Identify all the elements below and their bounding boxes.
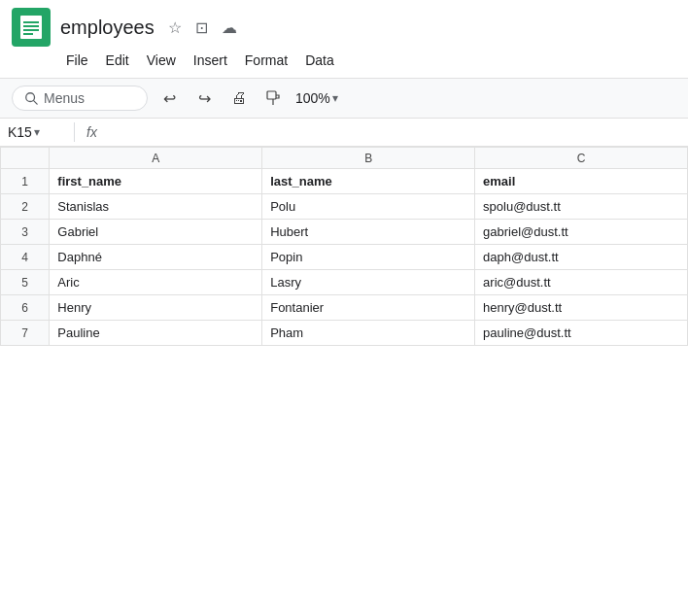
table-row[interactable]: 4DaphnéPopindaph@dust.tt xyxy=(1,245,688,270)
search-icon xyxy=(24,91,38,105)
cell-7-B[interactable]: Pham xyxy=(262,321,475,346)
sheets-icon xyxy=(12,8,51,47)
menu-insert[interactable]: Insert xyxy=(186,49,235,72)
cell-3-A[interactable]: Gabriel xyxy=(50,220,262,245)
row-number: 4 xyxy=(1,245,50,270)
print-button[interactable]: 🖨 xyxy=(225,85,253,112)
menu-data[interactable]: Data xyxy=(297,49,342,72)
cell-6-C[interactable]: henry@dust.tt xyxy=(475,295,688,321)
sheet-table: A B C 1first_namelast_nameemail2Stanisla… xyxy=(0,147,688,346)
table-row[interactable]: 7PaulinePhampauline@dust.tt xyxy=(1,321,688,346)
zoom-level: 100% xyxy=(295,90,330,106)
table-row[interactable]: 3GabrielHubertgabriel@dust.tt xyxy=(1,220,688,245)
formula-bar: K15 ▾ fx xyxy=(0,119,688,147)
row-number: 1 xyxy=(1,169,50,194)
cell-5-C[interactable]: aric@dust.tt xyxy=(475,270,688,295)
row-number: 5 xyxy=(1,270,50,295)
zoom-dropdown-icon[interactable]: ▾ xyxy=(332,91,338,105)
corner-header xyxy=(1,148,50,169)
cell-7-A[interactable]: Pauline xyxy=(50,321,262,346)
table-row[interactable]: 5AricLasryaric@dust.tt xyxy=(1,270,688,295)
title-bar: employees ☆ ⊡ ☁ xyxy=(0,0,688,47)
cell-6-B[interactable]: Fontanier xyxy=(262,295,475,321)
cell-4-B[interactable]: Popin xyxy=(262,245,475,270)
svg-rect-2 xyxy=(23,21,39,23)
cell-3-B[interactable]: Hubert xyxy=(262,220,475,245)
col-header-b[interactable]: B xyxy=(262,148,475,169)
col-header-c[interactable]: C xyxy=(475,148,688,169)
formula-fx-label: fx xyxy=(86,124,97,140)
svg-rect-5 xyxy=(23,33,33,35)
menu-edit[interactable]: Edit xyxy=(98,49,137,72)
svg-line-7 xyxy=(34,101,38,105)
star-icon[interactable]: ☆ xyxy=(168,18,182,37)
redo-button[interactable]: ↪ xyxy=(190,85,218,112)
cell-ref-value: K15 xyxy=(8,124,32,140)
formula-bar-divider xyxy=(74,122,75,142)
menu-bar: File Edit View Insert Format Data xyxy=(0,47,688,78)
folder-icon[interactable]: ⊡ xyxy=(195,18,208,37)
menu-view[interactable]: View xyxy=(139,49,184,72)
row-number: 2 xyxy=(1,194,50,220)
cell-5-A[interactable]: Aric xyxy=(50,270,262,295)
paint-format-button[interactable] xyxy=(260,85,288,112)
zoom-control[interactable]: 100% ▾ xyxy=(295,90,338,106)
cell-2-C[interactable]: spolu@dust.tt xyxy=(475,194,688,220)
cell-1-B[interactable]: last_name xyxy=(262,169,475,194)
spreadsheet-container: A B C 1first_namelast_nameemail2Stanisla… xyxy=(0,147,688,346)
cloud-icon[interactable]: ☁ xyxy=(222,18,237,37)
cell-reference[interactable]: K15 ▾ xyxy=(8,124,66,140)
toolbar: Menus ↩ ↪ 🖨 100% ▾ xyxy=(0,78,688,119)
table-row[interactable]: 2StanislasPoluspolu@dust.tt xyxy=(1,194,688,220)
cell-3-C[interactable]: gabriel@dust.tt xyxy=(475,220,688,245)
menu-file[interactable]: File xyxy=(58,49,96,72)
column-header-row: A B C xyxy=(1,148,688,169)
row-number: 7 xyxy=(1,321,50,346)
row-number: 3 xyxy=(1,220,50,245)
row-number: 6 xyxy=(1,295,50,321)
table-row[interactable]: 1first_namelast_nameemail xyxy=(1,169,688,194)
search-placeholder[interactable]: Menus xyxy=(44,90,131,106)
cell-2-A[interactable]: Stanislas xyxy=(50,194,262,220)
cell-4-A[interactable]: Daphné xyxy=(50,245,262,270)
cell-7-C[interactable]: pauline@dust.tt xyxy=(475,321,688,346)
title-icons: ☆ ⊡ ☁ xyxy=(168,18,237,37)
svg-rect-3 xyxy=(23,25,39,27)
svg-rect-4 xyxy=(23,29,39,31)
cell-5-B[interactable]: Lasry xyxy=(262,270,475,295)
search-box[interactable]: Menus xyxy=(12,86,148,111)
svg-rect-8 xyxy=(267,91,276,99)
paint-format-icon xyxy=(266,90,282,106)
cell-2-B[interactable]: Polu xyxy=(262,194,475,220)
menu-format[interactable]: Format xyxy=(237,49,295,72)
cell-1-C[interactable]: email xyxy=(475,169,688,194)
cell-1-A[interactable]: first_name xyxy=(50,169,262,194)
table-row[interactable]: 6HenryFontanierhenry@dust.tt xyxy=(1,295,688,321)
undo-button[interactable]: ↩ xyxy=(155,85,183,112)
document-title[interactable]: employees xyxy=(60,17,155,39)
col-header-a[interactable]: A xyxy=(50,148,262,169)
cell-6-A[interactable]: Henry xyxy=(50,295,262,321)
cell-ref-dropdown-icon[interactable]: ▾ xyxy=(34,125,40,139)
cell-4-C[interactable]: daph@dust.tt xyxy=(475,245,688,270)
